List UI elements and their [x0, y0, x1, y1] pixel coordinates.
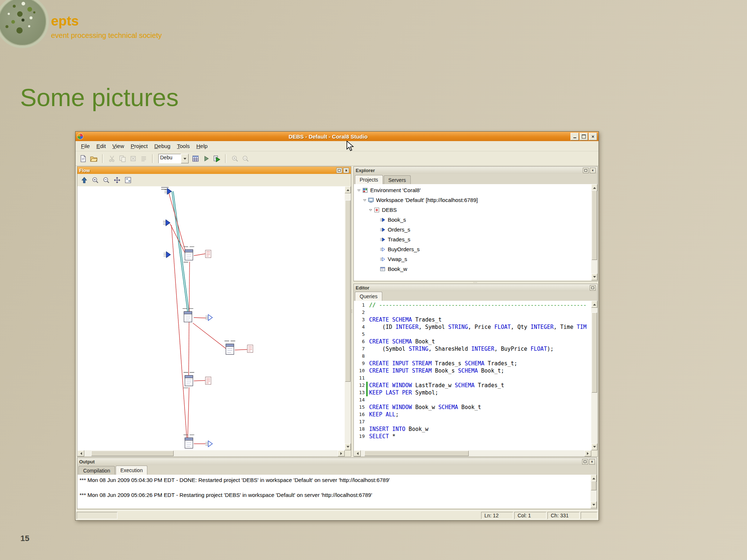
menu-debug[interactable]: Debug	[151, 142, 174, 150]
scroll-thumb[interactable]	[345, 200, 351, 382]
open-icon[interactable]	[89, 154, 98, 163]
scroll-left-button[interactable]	[77, 450, 84, 456]
menu-tools[interactable]: Tools	[174, 142, 193, 150]
scroll-down-button[interactable]	[591, 273, 597, 280]
vertical-splitter[interactable]: ⋯	[351, 166, 353, 456]
overview-icon[interactable]	[123, 175, 133, 185]
code-line-1: 1// ------------------------------------…	[354, 302, 591, 309]
zoom-in-icon[interactable]	[230, 154, 240, 163]
flow-vertical-scrollbar[interactable]	[345, 186, 351, 450]
expander-icon[interactable]	[368, 207, 374, 213]
list-icon[interactable]	[139, 154, 148, 163]
scroll-thumb[interactable]	[591, 481, 596, 490]
window-title: DEBS - Default - Coral8 Studio	[86, 133, 570, 140]
tree-item-label: Book_s	[388, 217, 406, 223]
debug-mode-select[interactable]: Debu	[158, 154, 189, 163]
horizontal-splitter[interactable]: ⋯	[353, 281, 598, 284]
expander-icon[interactable]	[356, 187, 362, 193]
scroll-down-button[interactable]	[591, 501, 597, 508]
change-bar-empty	[366, 418, 368, 425]
editor-horizontal-scrollbar[interactable]	[354, 450, 591, 456]
close-panel-icon[interactable]: ×	[589, 459, 595, 464]
float-panel-icon[interactable]	[582, 459, 588, 464]
new-file-icon[interactable]	[78, 154, 88, 163]
fit-view-icon[interactable]	[112, 175, 122, 185]
tree-item-environment[interactable]: Environment 'Coral8'	[354, 185, 591, 195]
editor-vertical-scrollbar[interactable]	[591, 301, 597, 450]
flow-canvas[interactable]	[77, 186, 345, 450]
tree-item-buyorders_s[interactable]: BuyOrders_s	[354, 244, 591, 254]
flow-panel-header[interactable]: Flow ×	[77, 167, 351, 174]
code-text: CREATE WINDOW Book_w SCHEMA Book_t	[369, 404, 481, 411]
flow-zoom-out-icon[interactable]	[101, 175, 111, 185]
output-tab-compilation[interactable]: Compilation	[78, 466, 115, 475]
menu-project[interactable]: Project	[127, 142, 151, 150]
code-line-9: 9CREATE INPUT STREAM Trades_s SCHEMA Tra…	[354, 360, 591, 367]
up-icon[interactable]	[80, 175, 89, 185]
output-panel-header[interactable]: Output ×	[77, 458, 597, 466]
close-panel-icon[interactable]: ×	[343, 168, 349, 173]
close-panel-icon[interactable]: ×	[590, 168, 596, 173]
slide-title: Some pictures	[20, 83, 179, 112]
menu-view[interactable]: View	[109, 142, 127, 150]
tree-item-workspace[interactable]: Workspace 'Default' [http://localhost:67…	[354, 195, 591, 205]
scroll-down-button[interactable]	[345, 443, 351, 450]
code-line-16: 16KEEP ALL;	[354, 411, 591, 418]
tree-item-vwap_s[interactable]: Vwap_s	[354, 254, 591, 264]
output-vertical-scrollbar[interactable]	[591, 475, 597, 508]
scroll-right-button[interactable]	[584, 450, 591, 456]
code-editor[interactable]: 1// ------------------------------------…	[354, 301, 591, 450]
scroll-thumb[interactable]	[592, 190, 597, 260]
flow-horizontal-scrollbar[interactable]	[77, 450, 345, 456]
scroll-up-button[interactable]	[591, 301, 597, 308]
tree-item-trades_s[interactable]: Trades_s	[354, 234, 591, 244]
menu-help[interactable]: Help	[193, 142, 211, 150]
menu-file[interactable]: File	[78, 142, 93, 150]
explorer-tab-servers[interactable]: Servers	[384, 175, 411, 184]
editor-panel-header[interactable]: Editor	[354, 284, 597, 292]
scroll-thumb[interactable]	[91, 451, 174, 456]
window-titlebar[interactable]: DEBS - Default - Coral8 Studio ×	[76, 132, 599, 141]
scroll-thumb[interactable]	[364, 451, 469, 456]
maximize-panel-icon[interactable]	[590, 285, 596, 291]
change-bar-empty	[366, 425, 368, 433]
line-number: 4	[354, 323, 366, 331]
explorer-panel-header[interactable]: Explorer ×	[354, 167, 597, 174]
run-project-icon[interactable]	[212, 154, 221, 163]
cut-icon[interactable]	[107, 154, 117, 163]
scroll-left-button[interactable]	[354, 450, 361, 456]
float-panel-icon[interactable]	[583, 168, 589, 173]
editor-tab-queries[interactable]: Queries	[355, 292, 382, 301]
schedule-grid-icon[interactable]	[191, 154, 200, 163]
menu-edit[interactable]: Edit	[93, 142, 109, 150]
debug-mode-value: Debu	[158, 154, 181, 163]
dropdown-arrow-icon[interactable]	[181, 154, 189, 163]
expander-icon[interactable]	[362, 197, 368, 203]
close-button[interactable]: ×	[589, 133, 597, 140]
flow-zoom-in-icon[interactable]	[90, 175, 100, 185]
line-number: 3	[354, 316, 366, 323]
zoom-out-icon[interactable]	[241, 154, 250, 163]
project-tree[interactable]: Environment 'Coral8'Workspace 'Default' …	[354, 184, 591, 280]
explorer-vertical-scrollbar[interactable]	[591, 184, 597, 280]
editor-tabs: Queries	[354, 291, 597, 301]
output-tab-execution[interactable]: Execution	[116, 466, 147, 475]
minimize-button[interactable]	[570, 133, 579, 140]
maximize-button[interactable]	[580, 133, 588, 140]
scroll-down-button[interactable]	[591, 443, 597, 450]
tree-item-book_s[interactable]: Book_s	[354, 215, 591, 225]
float-panel-icon[interactable]	[336, 168, 342, 173]
copy-icon[interactable]	[118, 154, 127, 163]
delete-icon[interactable]	[128, 154, 138, 163]
scroll-thumb[interactable]	[592, 312, 597, 393]
tree-item-book_w[interactable]: Book_w	[354, 264, 591, 274]
tree-item-debs[interactable]: DEBS	[354, 205, 591, 215]
explorer-tab-projects[interactable]: Projects	[355, 175, 383, 184]
scroll-up-button[interactable]	[345, 186, 351, 193]
scroll-right-button[interactable]	[338, 450, 345, 456]
project-icon	[374, 207, 380, 213]
toolbar-separator	[152, 154, 154, 163]
coral8-studio-window: DEBS - Default - Coral8 Studio × FileEdi…	[75, 131, 599, 521]
tree-item-orders_s[interactable]: Orders_s	[354, 225, 591, 234]
start-icon[interactable]	[201, 154, 211, 163]
